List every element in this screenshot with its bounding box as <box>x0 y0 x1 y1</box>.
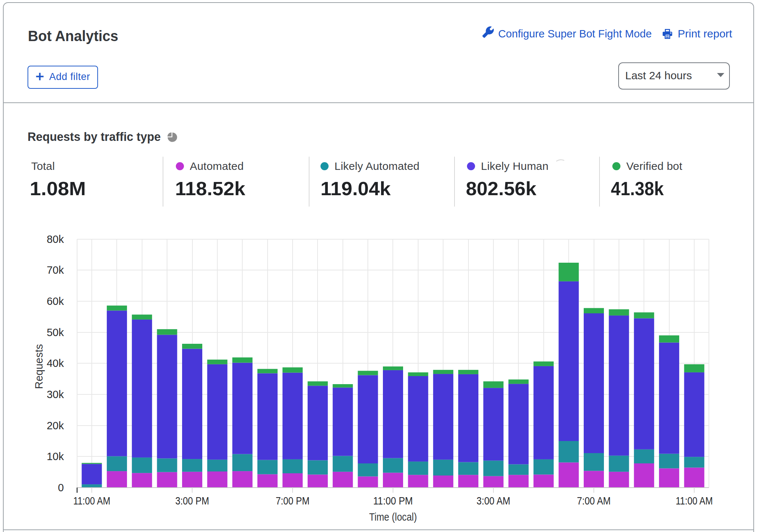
svg-text:80k: 80k <box>47 233 64 245</box>
svg-text:7:00 PM: 7:00 PM <box>276 495 309 507</box>
svg-text:50k: 50k <box>47 327 64 338</box>
svg-text:11:00 PM: 11:00 PM <box>373 495 413 507</box>
svg-text:11:00 AM: 11:00 AM <box>676 495 713 507</box>
svg-text:70k: 70k <box>47 264 64 276</box>
svg-text:40k: 40k <box>47 357 64 369</box>
svg-text:Requests: Requests <box>33 344 45 389</box>
svg-text:0: 0 <box>58 482 64 493</box>
svg-text:3:00 AM: 3:00 AM <box>477 495 510 507</box>
svg-text:60k: 60k <box>47 295 64 307</box>
svg-text:Time (local): Time (local) <box>369 511 417 523</box>
svg-text:20k: 20k <box>47 420 64 431</box>
svg-text:30k: 30k <box>47 389 64 400</box>
svg-text:10k: 10k <box>47 451 64 462</box>
svg-text:7:00 AM: 7:00 AM <box>577 495 611 507</box>
svg-text:11:00 AM: 11:00 AM <box>73 495 111 507</box>
svg-text:3:00 PM: 3:00 PM <box>175 495 209 507</box>
